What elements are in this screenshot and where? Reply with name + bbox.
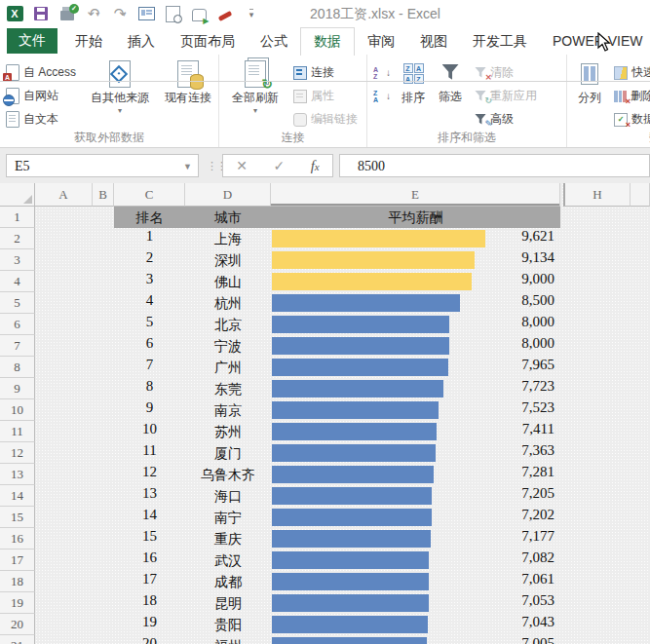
from-web-button[interactable]: 自网站 xyxy=(4,86,78,106)
column-header-E[interactable]: E xyxy=(271,183,560,207)
cell-E11[interactable]: 7,411 xyxy=(457,421,554,442)
cell-E6[interactable]: 8,000 xyxy=(457,314,554,335)
existing-connections-button[interactable]: 现有连接 xyxy=(160,57,216,106)
from-text-button[interactable]: 自文本 xyxy=(4,109,78,130)
row-header-14[interactable]: 14 xyxy=(0,485,35,507)
cell-C3[interactable]: 2 xyxy=(114,249,185,271)
cell-E17[interactable]: 7,082 xyxy=(457,549,554,571)
column-header-H[interactable]: H xyxy=(563,183,631,207)
cell-C16[interactable]: 15 xyxy=(114,528,185,549)
row-header-7[interactable]: 7 xyxy=(0,335,35,357)
enter-icon[interactable]: ✓ xyxy=(273,158,285,173)
cell-E18[interactable]: 7,061 xyxy=(457,571,554,592)
tab-公式[interactable]: 公式 xyxy=(248,27,300,55)
properties-button[interactable]: 属性 xyxy=(291,86,360,106)
clear-filter-button[interactable]: × 清除 xyxy=(473,62,539,83)
row-header-11[interactable]: 11 xyxy=(0,421,35,442)
cell-E19[interactable]: 7,053 xyxy=(457,592,554,614)
cell-C13[interactable]: 12 xyxy=(114,464,185,485)
row-header-18[interactable]: 18 xyxy=(0,571,35,592)
cell-E8[interactable]: 7,965 xyxy=(457,357,554,378)
advanced-filter-button[interactable]: ✎ 高级 xyxy=(473,109,539,130)
tab-开发工具[interactable]: 开发工具 xyxy=(460,27,540,55)
tab-file[interactable]: 文件 xyxy=(7,28,57,54)
from-other-sources-button[interactable]: 自其他来源 ▾ xyxy=(86,57,154,114)
cell-D11[interactable]: 苏州 xyxy=(185,421,271,442)
cell-C14[interactable]: 13 xyxy=(114,485,185,507)
cell-D17[interactable]: 武汉 xyxy=(185,549,271,571)
name-box[interactable]: E5 ▼ xyxy=(6,154,199,177)
row-header-3[interactable]: 3 xyxy=(0,249,35,271)
row-header-19[interactable]: 19 xyxy=(0,592,35,614)
row-header-12[interactable]: 12 xyxy=(0,442,35,464)
cell-E1[interactable]: 平均薪酬 xyxy=(271,207,560,228)
cell-E12[interactable]: 7,363 xyxy=(457,442,554,464)
remove-duplicates-button[interactable]: 删除重复项 xyxy=(612,86,650,106)
column-header-A[interactable]: A xyxy=(35,183,93,207)
row-header-21[interactable]: 21 xyxy=(0,635,35,644)
cell-C4[interactable]: 3 xyxy=(114,271,185,292)
form-icon[interactable] xyxy=(137,5,155,22)
row-header-2[interactable]: 2 xyxy=(0,228,35,249)
cell-D7[interactable]: 宁波 xyxy=(185,335,271,357)
sort-descending-button[interactable]: ZA↓ xyxy=(371,89,393,104)
column-header-partial[interactable] xyxy=(631,183,650,207)
tab-页面布局[interactable]: 页面布局 xyxy=(168,27,248,55)
row-header-17[interactable]: 17 xyxy=(0,549,35,571)
undo-icon[interactable]: ↶▾ xyxy=(85,5,102,22)
reapply-button[interactable]: ↻ 重新应用 xyxy=(473,86,539,106)
cell-C2[interactable]: 1 xyxy=(114,228,185,249)
cell-E9[interactable]: 7,723 xyxy=(457,378,554,399)
select-all-corner[interactable] xyxy=(0,183,35,207)
sort-ascending-button[interactable]: AZ↓ xyxy=(371,65,393,81)
cell-C10[interactable]: 9 xyxy=(114,399,185,421)
cell-D10[interactable]: 南京 xyxy=(185,399,271,421)
formula-input[interactable]: 8500 xyxy=(339,154,650,177)
cell-C21[interactable]: 20 xyxy=(114,635,185,644)
row-header-1[interactable]: 1 xyxy=(0,207,35,228)
row-header-9[interactable]: 9 xyxy=(0,378,35,399)
row-header-16[interactable]: 16 xyxy=(0,528,35,549)
cancel-icon[interactable]: ✕ xyxy=(236,158,248,173)
cell-C15[interactable]: 14 xyxy=(114,507,185,528)
cell-E10[interactable]: 7,523 xyxy=(457,399,554,421)
cell-D1[interactable]: 城市 xyxy=(185,207,271,228)
row-header-4[interactable]: 4 xyxy=(0,271,35,292)
cell-D3[interactable]: 深圳 xyxy=(185,249,271,271)
row-header-6[interactable]: 6 xyxy=(0,314,35,335)
quick-print-icon[interactable]: ✓ xyxy=(58,5,76,22)
row-header-8[interactable]: 8 xyxy=(0,357,35,378)
cell-C17[interactable]: 16 xyxy=(114,549,185,571)
cell-E4[interactable]: 9,000 xyxy=(457,271,554,292)
tab-POWER VIEW[interactable]: POWER VIEW xyxy=(540,27,650,55)
cell-E21[interactable]: 7,005 xyxy=(457,635,554,644)
highlighter-icon[interactable] xyxy=(216,5,234,22)
cell-D14[interactable]: 海口 xyxy=(185,485,271,507)
cell-E16[interactable]: 7,177 xyxy=(457,528,554,549)
cell-C1[interactable]: 排名 xyxy=(114,207,185,228)
column-header-C[interactable]: C xyxy=(114,183,185,207)
cell-E14[interactable]: 7,205 xyxy=(457,485,554,507)
excel-logo-icon[interactable]: X xyxy=(6,5,23,22)
tab-视图[interactable]: 视图 xyxy=(407,27,460,55)
touch-mode-icon[interactable] xyxy=(190,5,208,22)
connections-button[interactable]: 连接 xyxy=(291,62,360,83)
cell-D19[interactable]: 昆明 xyxy=(185,592,271,614)
cell-D15[interactable]: 南宁 xyxy=(185,507,271,528)
from-access-button[interactable]: A 自 Access xyxy=(4,62,78,83)
tab-数据[interactable]: 数据 xyxy=(300,27,355,56)
cell-E7[interactable]: 8,000 xyxy=(457,335,554,357)
tab-开始[interactable]: 开始 xyxy=(62,27,115,55)
row-header-20[interactable]: 20 xyxy=(0,614,35,635)
text-to-columns-button[interactable]: 分列 xyxy=(573,57,606,106)
refresh-all-button[interactable]: ↻ 全部刷新 ▾ xyxy=(227,57,284,114)
cell-C5[interactable]: 4 xyxy=(114,292,185,314)
column-header-B[interactable]: B xyxy=(93,183,114,207)
cell-C7[interactable]: 6 xyxy=(114,335,185,357)
cell-C18[interactable]: 17 xyxy=(114,571,185,592)
cell-D20[interactable]: 贵阳 xyxy=(185,614,271,635)
sort-button[interactable]: ZAAZ 排序 xyxy=(397,57,430,106)
cell-C20[interactable]: 19 xyxy=(114,614,185,635)
flash-fill-button[interactable]: 快速填充 xyxy=(612,62,650,83)
cell-C8[interactable]: 7 xyxy=(114,357,185,378)
